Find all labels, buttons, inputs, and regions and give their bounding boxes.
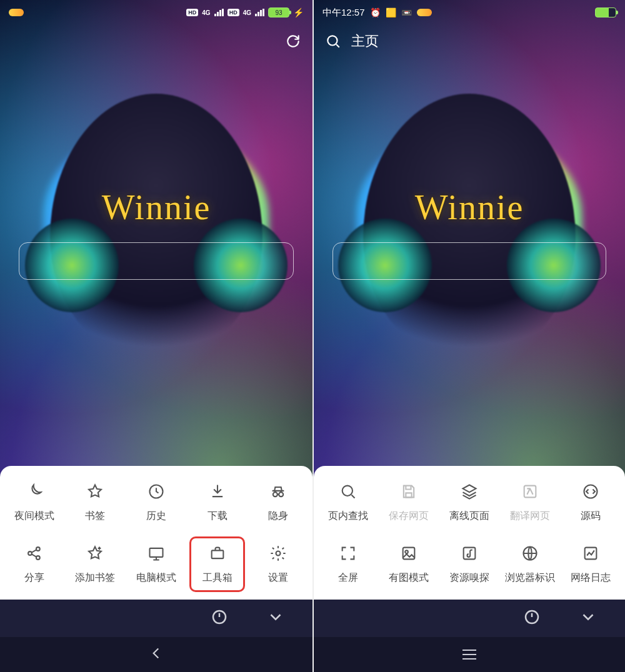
menu-net-log[interactable]: 网络日志 — [561, 544, 621, 585]
header-title: 主页 — [351, 32, 379, 51]
header-row — [0, 25, 312, 57]
menu-download[interactable]: 下载 — [187, 482, 248, 523]
svg-rect-12 — [524, 486, 536, 498]
svg-rect-14 — [402, 548, 414, 560]
refresh-button[interactable] — [284, 32, 302, 51]
search-button[interactable] — [324, 32, 342, 51]
wallpaper-title: Winnie — [415, 187, 524, 227]
menu-label: 源码 — [581, 510, 601, 523]
network-label-2: 4G — [243, 9, 251, 16]
menu-label: 浏览器标识 — [505, 571, 555, 585]
nav-menu-button[interactable] — [462, 650, 476, 660]
menu-label: 保存网页 — [389, 510, 429, 523]
moon-icon — [25, 482, 44, 501]
bottom-strip — [0, 600, 312, 637]
menu-source-code[interactable]: 源码 — [561, 482, 621, 523]
bottom-strip — [314, 600, 625, 637]
menu-night-mode[interactable]: 夜间模式 — [4, 482, 65, 523]
search-chat-icon — [339, 482, 358, 501]
battery-text: 93 — [275, 9, 282, 16]
alarm-icon: ⏰ — [370, 7, 381, 17]
search-icon — [325, 33, 341, 49]
signal-icon-2 — [255, 9, 264, 16]
incognito-icon — [269, 482, 288, 501]
system-nav-bar — [0, 637, 312, 672]
share-icon — [25, 544, 44, 563]
refresh-icon — [285, 33, 301, 49]
svg-rect-7 — [211, 550, 223, 558]
fullscreen-icon — [339, 544, 358, 563]
gear-icon — [269, 544, 288, 563]
svg-point-10 — [328, 36, 337, 45]
menu-toolbox[interactable]: 工具箱 — [187, 544, 248, 585]
status-pill-icon — [417, 9, 432, 16]
menu-translate[interactable]: 翻译网页 — [500, 482, 561, 523]
menu-fullscreen[interactable]: 全屏 — [318, 544, 378, 585]
phone-right: Winnie 中午12:57 ⏰ 🟨 📼 主页 页内查找 保存 — [312, 0, 625, 672]
wallet-icon: 🟨 — [386, 7, 396, 17]
battery-icon: 93 — [268, 7, 289, 17]
signal-icon-1 — [214, 9, 224, 16]
svg-point-2 — [279, 492, 283, 497]
power-button[interactable] — [210, 608, 229, 629]
menu-label: 有图模式 — [389, 571, 429, 585]
collapse-button[interactable] — [579, 608, 598, 629]
menu-label: 历史 — [146, 510, 166, 523]
menu-panel: 页内查找 保存网页 离线页面 翻译网页 源码 全屏 — [314, 466, 625, 600]
briefcase-icon — [208, 544, 227, 563]
menu-find-in-page[interactable]: 页内查找 — [318, 482, 378, 523]
phone-left: Winnie HD 4G HD 4G 93 ⚡ 夜间模式 书签 — [0, 0, 312, 672]
menu-label: 夜间模式 — [14, 510, 54, 523]
battery-icon — [595, 7, 616, 17]
power-button[interactable] — [522, 608, 541, 629]
menu-label: 资源嗅探 — [449, 571, 489, 585]
menu-label: 隐身 — [268, 510, 288, 523]
svg-rect-6 — [149, 548, 162, 557]
menu-ua-string[interactable]: 浏览器标识 — [500, 544, 561, 585]
menu-panel: 夜间模式 书签 历史 下载 隐身 分享 — [0, 466, 312, 600]
menu-share[interactable]: 分享 — [4, 544, 65, 585]
status-bar: 中午12:57 ⏰ 🟨 📼 — [314, 0, 625, 25]
svg-point-8 — [276, 551, 281, 556]
search-input-outline[interactable] — [19, 242, 294, 280]
music-note-icon — [460, 544, 479, 563]
hd-badge-1: HD — [186, 9, 198, 16]
menu-image-mode[interactable]: 有图模式 — [378, 544, 439, 585]
nav-back-button[interactable] — [148, 645, 164, 664]
menu-desktop-mode[interactable]: 电脑模式 — [126, 544, 187, 585]
svg-point-11 — [342, 486, 352, 496]
download-icon — [208, 482, 227, 501]
menu-incognito[interactable]: 隐身 — [248, 482, 309, 523]
menu-save-page[interactable]: 保存网页 — [378, 482, 439, 523]
layers-icon — [460, 482, 479, 501]
menu-sniffer[interactable]: 资源嗅探 — [439, 544, 499, 585]
wallpaper-title: Winnie — [102, 187, 211, 227]
menu-label: 工具箱 — [202, 571, 232, 585]
menu-label: 电脑模式 — [136, 571, 176, 585]
menu-label: 离线页面 — [449, 510, 489, 523]
star-plus-icon — [86, 544, 104, 563]
menu-label: 网络日志 — [571, 571, 611, 585]
status-pill-icon — [9, 9, 24, 16]
menu-settings[interactable]: 设置 — [248, 544, 309, 585]
menu-add-bookmark[interactable]: 添加书签 — [65, 544, 126, 585]
svg-point-15 — [405, 550, 408, 553]
monitor-icon — [147, 544, 166, 563]
collapse-button[interactable] — [266, 608, 285, 629]
code-icon — [581, 482, 600, 501]
search-input-outline[interactable] — [332, 242, 606, 280]
menu-grid: 夜间模式 书签 历史 下载 隐身 分享 — [4, 482, 309, 585]
star-icon — [86, 482, 104, 501]
menu-history[interactable]: 历史 — [126, 482, 187, 523]
menu-offline-pages[interactable]: 离线页面 — [439, 482, 499, 523]
globe-icon — [521, 544, 539, 563]
menu-bookmarks[interactable]: 书签 — [65, 482, 126, 523]
status-time: 中午12:57 — [322, 7, 365, 19]
header-row: 主页 — [314, 25, 625, 57]
image-icon — [399, 544, 418, 563]
translate-icon — [521, 482, 539, 501]
box-icon: 📼 — [401, 7, 412, 17]
menu-label: 全屏 — [338, 571, 358, 585]
netlog-icon — [581, 544, 600, 563]
status-bar: HD 4G HD 4G 93 ⚡ — [0, 0, 312, 25]
